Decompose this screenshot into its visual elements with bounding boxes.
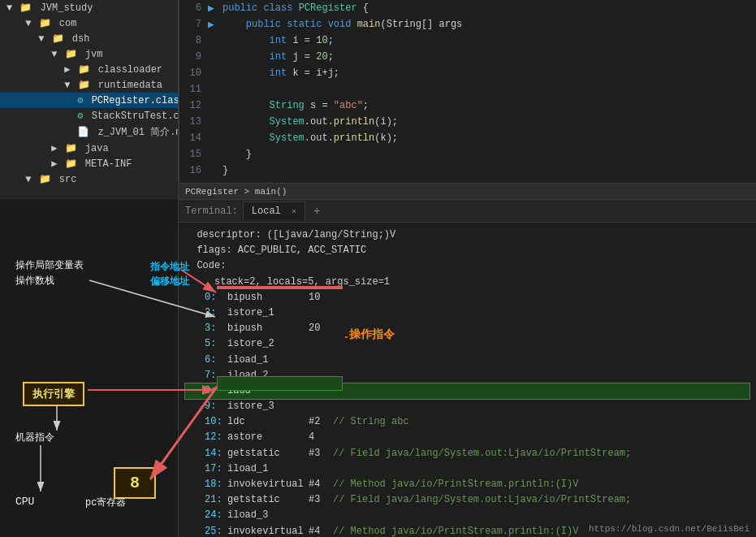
code-line-16: 16 }: [179, 162, 756, 179]
bytecode-container: 0:bipush102:istore_13:bipush205:istore_2…: [185, 290, 750, 537]
close-tab-icon[interactable]: ✕: [292, 207, 296, 216]
pc-value: 8: [114, 467, 156, 499]
code-line-10: 10 int k = i+j;: [179, 65, 756, 81]
terminal-tab-local[interactable]: Local ✕: [243, 201, 305, 220]
file-tree: ▼ 📁 JVM_study ▼ 📁 com ▼ 📁 dsh ▼ 📁 jvm ▶ …: [0, 0, 179, 199]
tree-item-dsh[interactable]: ▼ 📁 dsh: [0, 31, 178, 46]
bytecode-line-9: 12:astore4: [185, 430, 750, 445]
tree-item-runtimedata[interactable]: ▼ 📁 runtimedata: [0, 77, 178, 93]
tree-item-com[interactable]: ▼ 📁 com: [0, 15, 178, 31]
bytecode-line-7: 9:istore_3: [185, 399, 750, 414]
tree-item-src[interactable]: ▼ 📁 src: [0, 171, 178, 187]
local-var-table-label: 操作局部变量表操作数栈: [15, 258, 84, 289]
breadcrumb-text: PCRegister > main(): [185, 187, 287, 197]
flags-line: flags: ACC_PUBLIC, ACC_STATIC: [185, 243, 750, 258]
tree-item-pcregister[interactable]: ⚙ PCRegister.class: [0, 93, 178, 108]
bytecode-line-6: 8:iadd: [185, 383, 750, 399]
instruction-address-label: 指令地址偏移地址: [150, 260, 189, 289]
exec-engine-box: 执行引擎: [23, 382, 84, 406]
machine-instruction-label: 机器指令: [15, 431, 54, 444]
bytecode-line-13: 21:getstatic#3// Field java/lang/System.…: [185, 492, 750, 508]
breadcrumb: PCRegister > main(): [179, 183, 756, 199]
code-line-9: 9 int j = 20;: [179, 49, 756, 65]
bytecode-line-3: 5:istore_2: [185, 336, 750, 352]
bytecode-line-10: 14:getstatic#3// Field java/lang/System.…: [185, 446, 750, 461]
tree-item-jvm-study[interactable]: ▼ 📁 JVM_study: [0, 0, 178, 15]
bytecode-line-2: 3:bipush20: [185, 321, 750, 336]
tree-item-zjvm01[interactable]: 📄 z_JVM_01 简介.md: [0, 123, 178, 141]
tree-item-classloader[interactable]: ▶ 📁 classloader: [0, 62, 178, 77]
bytecode-line-5: 7:iload_2: [185, 368, 750, 383]
tree-item-meta-inf[interactable]: ▶ 📁 META-INF: [0, 156, 178, 171]
bytecode-line-8: 10:ldc#2// String abc: [185, 414, 750, 430]
tree-item-stackstrutest[interactable]: ⚙ StackStruTest.class: [0, 108, 178, 123]
code-line-8: 8 int i = 10;: [179, 32, 756, 49]
code-line-12: 12 String s = "abc";: [179, 97, 756, 114]
code-line-11: 11: [179, 81, 756, 97]
tree-item-jvm[interactable]: ▼ 📁 jvm: [0, 46, 178, 62]
bytecode-line-0: 0:bipush10: [185, 290, 750, 305]
bytecode-line-1: 2:istore_1: [185, 305, 750, 321]
code-line-7: 7 ▶ public static void main(String[] arg…: [179, 16, 756, 32]
terminal-content: descriptor: ([Ljava/lang/String;)V flags…: [179, 223, 756, 537]
bytecode-line-4: 6:iload_1: [185, 353, 750, 368]
watermark: https://blog.csdn.net/BeiisBei: [589, 524, 750, 534]
terminal-label: Terminal:: [185, 206, 238, 217]
cpu-label: CPU: [15, 496, 34, 508]
code-editor: 6 ▶ public class PCRegister { 7 ▶ public…: [179, 0, 756, 199]
exec-engine-label: 执行引擎: [23, 382, 84, 406]
bytecode-line-11: 17:iload_1: [185, 461, 750, 477]
code-line-15: 15 }: [179, 146, 756, 162]
code-line-14: 14 System.out.println(k);: [179, 130, 756, 146]
pc-register-label: pc寄存器: [85, 496, 126, 509]
add-terminal-button[interactable]: +: [309, 205, 325, 218]
pc-value-box: 8: [114, 467, 156, 499]
code-line-13: 13 System.out.println(i);: [179, 114, 756, 130]
op-instruction-label: 操作指令: [349, 327, 395, 342]
bytecode-line-14: 24:iload_3: [185, 508, 750, 523]
terminal-panel: Terminal: Local ✕ + descriptor: ([Ljava/…: [179, 199, 756, 537]
stack-line: stack=2, locals=5, args_size=1: [185, 275, 750, 290]
code-line-6: 6 ▶ public class PCRegister {: [179, 0, 756, 16]
descriptor-line: descriptor: ([Ljava/lang/String;)V: [185, 227, 750, 243]
bytecode-line-12: 18:invokevirtual#4// Method java/io/Prin…: [185, 477, 750, 492]
tree-item-java[interactable]: ▶ 📁 java: [0, 141, 178, 156]
terminal-tabs: Terminal: Local ✕ +: [179, 200, 756, 223]
code-label-line: Code:: [185, 258, 750, 274]
